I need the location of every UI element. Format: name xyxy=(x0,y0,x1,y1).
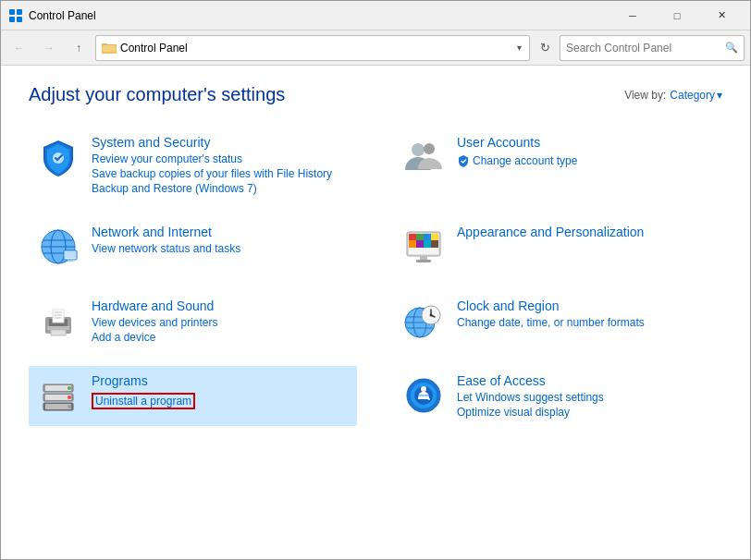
user-accounts-icon xyxy=(401,135,446,179)
svg-rect-22 xyxy=(416,234,424,240)
title-bar-icon xyxy=(8,8,23,23)
network-title[interactable]: Network and Internet xyxy=(92,225,350,239)
panel-item-ease: Ease of Access Let Windows suggest setti… xyxy=(394,366,722,426)
svg-rect-28 xyxy=(431,240,438,248)
ease-link-2[interactable]: Optimize visual display xyxy=(457,406,715,419)
appearance-icon xyxy=(401,225,446,269)
svg-point-63 xyxy=(421,386,426,392)
control-panel-window: Control Panel ─ □ ✕ ← → ↑ Control Panel … xyxy=(0,0,751,560)
clock-link-1[interactable]: Change date, time, or number formats xyxy=(457,316,715,329)
address-dropdown[interactable]: ▾ xyxy=(515,43,523,53)
window-controls: ─ □ ✕ xyxy=(611,2,743,30)
refresh-button[interactable]: ↻ xyxy=(534,37,556,59)
svg-point-55 xyxy=(68,396,71,399)
svg-rect-31 xyxy=(416,260,431,262)
panel-item-system-security: System and Security Review your computer… xyxy=(29,128,357,202)
svg-point-52 xyxy=(68,386,71,390)
maximize-button[interactable]: □ xyxy=(656,2,698,30)
back-button[interactable]: ← xyxy=(6,35,32,61)
search-icon: 🔍 xyxy=(725,42,738,54)
svg-rect-1 xyxy=(17,9,22,15)
address-text: Control Panel xyxy=(120,42,511,55)
svg-rect-29 xyxy=(409,248,438,254)
svg-rect-57 xyxy=(45,404,71,409)
user-accounts-link-1[interactable]: Change account type xyxy=(457,154,577,167)
system-security-link-1[interactable]: Review your computer's status xyxy=(92,152,350,165)
window-title: Control Panel xyxy=(29,9,611,22)
panel-item-hardware: Hardware and Sound View devices and prin… xyxy=(29,291,357,351)
appearance-title[interactable]: Appearance and Personalization xyxy=(457,225,715,239)
panel-item-appearance: Appearance and Personalization xyxy=(394,217,722,276)
page-title: Adjust your computer's settings xyxy=(29,84,285,105)
system-security-info: System and Security Review your computer… xyxy=(92,135,350,195)
search-input[interactable] xyxy=(566,42,725,55)
programs-link-1[interactable]: Uninstall a program xyxy=(92,393,195,409)
appearance-info: Appearance and Personalization xyxy=(457,225,715,242)
panel-item-programs: Programs Uninstall a program xyxy=(29,366,357,426)
svg-rect-51 xyxy=(45,385,71,391)
svg-rect-17 xyxy=(65,251,76,258)
page-header: Adjust your computer's settings View by:… xyxy=(29,84,722,105)
svg-rect-26 xyxy=(416,240,424,248)
svg-rect-21 xyxy=(409,234,416,240)
view-by-label: View by: xyxy=(624,89,666,102)
svg-rect-23 xyxy=(424,234,431,240)
programs-info: Programs Uninstall a program xyxy=(92,373,350,409)
system-security-link-3[interactable]: Backup and Restore (Windows 7) xyxy=(92,182,350,195)
main-content: Adjust your computer's settings View by:… xyxy=(1,66,750,559)
svg-rect-7 xyxy=(103,45,116,52)
system-security-title[interactable]: System and Security xyxy=(92,135,350,150)
hardware-link-2[interactable]: Add a device xyxy=(92,331,350,344)
programs-icon xyxy=(36,373,80,418)
network-icon xyxy=(36,225,80,269)
ease-title[interactable]: Ease of Access xyxy=(457,373,715,388)
view-by-category: Category xyxy=(670,89,715,102)
minimize-button[interactable]: ─ xyxy=(611,2,654,30)
folder-icon xyxy=(102,41,117,55)
address-box[interactable]: Control Panel ▾ xyxy=(95,35,530,61)
svg-rect-0 xyxy=(9,9,15,15)
svg-rect-2 xyxy=(9,17,15,22)
network-link-1[interactable]: View network status and tasks xyxy=(92,242,350,255)
svg-point-10 xyxy=(424,143,435,154)
close-button[interactable]: ✕ xyxy=(700,2,743,30)
svg-point-49 xyxy=(430,314,433,317)
hardware-icon xyxy=(36,298,80,343)
svg-rect-3 xyxy=(17,17,22,22)
panel-item-user-accounts: User Accounts Change account type xyxy=(394,128,722,202)
hardware-title[interactable]: Hardware and Sound xyxy=(92,298,350,313)
view-by-dropdown-icon: ▾ xyxy=(717,89,722,102)
search-box[interactable]: 🔍 xyxy=(560,35,745,61)
svg-rect-27 xyxy=(424,240,431,248)
panel-grid: System and Security Review your computer… xyxy=(29,128,722,426)
ease-link-1[interactable]: Let Windows suggest settings xyxy=(457,391,715,404)
clock-icon xyxy=(401,298,446,343)
title-bar: Control Panel ─ □ ✕ xyxy=(1,1,750,30)
panel-item-clock: Clock and Region Change date, time, or n… xyxy=(394,291,722,351)
forward-button[interactable]: → xyxy=(36,35,62,61)
system-security-icon xyxy=(36,135,80,179)
svg-rect-25 xyxy=(409,240,416,248)
svg-point-58 xyxy=(68,405,71,408)
system-security-link-2[interactable]: Save backup copies of your files with Fi… xyxy=(92,167,350,180)
svg-rect-18 xyxy=(68,260,73,262)
hardware-info: Hardware and Sound View devices and prin… xyxy=(92,298,350,344)
programs-title[interactable]: Programs xyxy=(92,373,350,388)
clock-info: Clock and Region Change date, time, or n… xyxy=(457,298,715,329)
ease-info: Ease of Access Let Windows suggest setti… xyxy=(457,373,715,419)
svg-rect-36 xyxy=(53,310,64,323)
view-by-control: View by: Category ▾ xyxy=(624,89,722,102)
svg-rect-54 xyxy=(45,395,71,400)
user-accounts-title[interactable]: User Accounts xyxy=(457,135,715,150)
user-accounts-info: User Accounts Change account type xyxy=(457,135,715,170)
clock-title[interactable]: Clock and Region xyxy=(457,298,715,313)
hardware-link-1[interactable]: View devices and printers xyxy=(92,316,350,329)
svg-rect-30 xyxy=(420,256,427,260)
address-bar: ← → ↑ Control Panel ▾ ↻ 🔍 xyxy=(1,30,750,66)
svg-rect-34 xyxy=(47,326,69,330)
mini-shield-icon xyxy=(457,154,470,167)
svg-rect-24 xyxy=(431,234,438,240)
up-button[interactable]: ↑ xyxy=(66,35,92,61)
view-by-value[interactable]: Category ▾ xyxy=(670,89,722,102)
svg-point-9 xyxy=(412,143,425,156)
